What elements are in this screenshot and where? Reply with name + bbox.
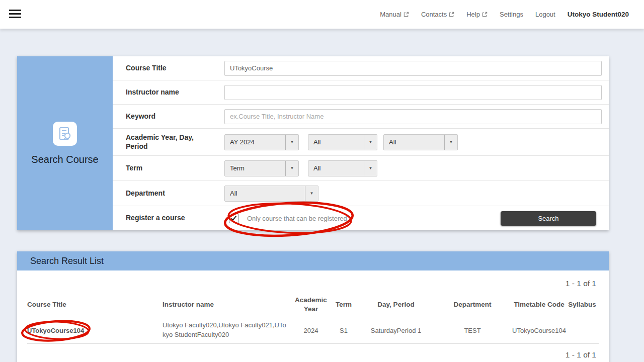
pagination-bottom: 1 - 1 of 1 [17,344,609,359]
result-instructor: Utokyo Faculty020,Utokyo Faculty021,UTok… [163,317,294,343]
top-header-bar: Manual Contacts Help Settings Logout Uto… [0,0,644,29]
external-link-icon [482,12,488,17]
search-button[interactable]: Search [501,211,596,226]
col-syllabus: Syllabus [566,292,599,317]
register-course-row: Register a course Only course that can b… [113,206,609,230]
col-academic-year: Academic Year [294,292,328,317]
result-term: S1 [328,317,360,343]
keyword-row: Keyword [113,104,609,128]
term-type-select[interactable]: Term ▼ [224,160,299,176]
nav-logout-link[interactable]: Logout [535,11,555,18]
only-registerable-label: Only course that can be registered. [247,215,349,222]
academic-year-day-period-row: Academic Year, Day, Period AY 2024 ▼ All… [113,128,609,155]
col-instructor: Instructor name [163,292,294,317]
search-course-panel: Search Course Course Title Instructor na… [17,56,609,230]
course-title-input[interactable] [224,61,602,76]
search-course-title: Search Course [31,154,98,165]
nav-contacts-label: Contacts [421,11,447,18]
department-label: Department [126,189,224,198]
chevron-down-icon: ▼ [444,135,457,150]
chevron-down-icon: ▼ [285,135,298,150]
search-result-panel: Search Result List 1 - 1 of 1 Course Tit… [17,251,609,362]
course-title-row: Course Title [113,56,609,80]
result-day-period: SaturdayPeriod 1 [360,317,432,343]
period-select[interactable]: All ▼ [383,134,458,150]
chevron-down-icon: ▼ [364,135,377,150]
header-nav: Manual Contacts Help Settings Logout Uto… [380,11,644,18]
external-link-icon [449,12,454,17]
col-timetable-code: Timetable Code [513,292,566,317]
department-row: Department All ▼ [113,180,609,206]
result-department: TEST [432,317,513,343]
term-label: Term [126,164,224,173]
col-term: Term [328,292,360,317]
nav-manual-label: Manual [380,11,401,18]
result-academic-year: 2024 [294,317,328,343]
result-syllabus [566,317,599,343]
nav-manual-link[interactable]: Manual [380,11,409,18]
academic-year-day-period-label: Academic Year, Day, Period [126,133,224,151]
register-course-label: Register a course [126,214,224,223]
pagination-top: 1 - 1 of 1 [17,270,609,288]
nav-settings-link[interactable]: Settings [500,11,523,18]
result-course-title-link[interactable]: UTokyoCourse104 [27,327,84,334]
search-result-list-title: Search Result List [30,256,104,266]
nav-contacts-link[interactable]: Contacts [421,11,454,18]
chevron-down-icon: ▼ [364,161,377,176]
results-table: Course Title Instructor name Academic Ye… [27,292,599,344]
day-select[interactable]: All ▼ [308,134,377,150]
term-row: Term Term ▼ All ▼ [113,155,609,180]
academic-year-select[interactable]: AY 2024 ▼ [224,134,299,150]
search-form: Course Title Instructor name Keyword Aca… [113,56,609,230]
checkmark-icon [230,215,237,222]
nav-help-label: Help [466,11,480,18]
term-value-select[interactable]: All ▼ [308,160,377,176]
nav-help-link[interactable]: Help [466,11,488,18]
result-timetable-code: UTokyoCourse104 [513,317,566,343]
nav-logout-label: Logout [535,11,555,18]
instructor-name-row: Instructor name [113,80,609,104]
keyword-input[interactable] [224,109,602,124]
only-registerable-checkbox[interactable] [229,214,238,223]
nav-settings-label: Settings [500,11,523,18]
department-select[interactable]: All ▼ [224,186,318,202]
keyword-label: Keyword [126,112,224,121]
chevron-down-icon: ▼ [305,186,318,201]
logged-in-user-name: Utokyo Student020 [568,11,629,18]
instructor-name-label: Instructor name [126,88,224,97]
results-table-header-row: Course Title Instructor name Academic Ye… [27,292,599,317]
chevron-down-icon: ▼ [285,161,298,176]
menu-icon[interactable] [9,10,21,18]
col-course-title: Course Title [27,292,163,317]
col-day-period: Day, Period [360,292,432,317]
search-course-sidebar: Search Course [17,56,113,230]
table-row: UTokyoCourse104 Utokyo Faculty020,Utokyo… [27,317,599,344]
external-link-icon [404,12,409,17]
search-course-icon [53,122,77,146]
instructor-name-input[interactable] [224,85,602,100]
course-title-label: Course Title [126,64,224,73]
search-result-list-header: Search Result List [17,251,609,270]
col-department: Department [432,292,513,317]
